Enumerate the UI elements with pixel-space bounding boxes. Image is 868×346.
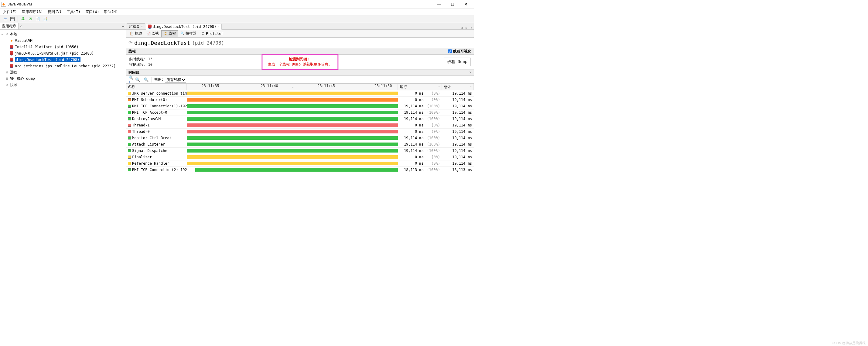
menubar: 文件(F) 应用程序(A) 视图(V) 工具(T) 窗口(W) 帮助(H)	[0, 8, 474, 15]
menu-file[interactable]: 文件(F)	[1, 9, 19, 15]
table-row[interactable]: Thread-00 ms(0%)19,114 ms	[126, 129, 474, 135]
table-row[interactable]: Attach Listener19,114 ms(100%)19,114 ms	[126, 141, 474, 148]
table-row[interactable]: Finalizer0 ms(0%)19,114 ms	[126, 154, 474, 161]
thread-state-bar	[187, 142, 398, 146]
tree-item[interactable]: ◆VisualVM	[1, 37, 125, 44]
column-name[interactable]: 名称	[126, 84, 187, 90]
table-row[interactable]: Monitor Ctrl-Break19,114 ms(100%)19,114 …	[126, 135, 474, 141]
thread-name: Monitor Ctrl-Break	[132, 136, 172, 140]
thread-dump-button[interactable]: 线程 Dump	[444, 58, 471, 66]
applications-panel-minimize-icon[interactable]: —	[120, 24, 126, 29]
toolbar-add-snapshot-icon[interactable]: 📑	[41, 16, 48, 23]
subtab-threads[interactable]: ≣线程	[161, 30, 178, 37]
cell-timeline	[187, 154, 398, 160]
tab-close-icon[interactable]: ×	[141, 25, 143, 29]
live-threads-label: 实时线程:	[129, 57, 146, 61]
tree-item[interactable]: jvm03-0.0.1-SNAPSHOT.jar (pid 21480)	[1, 50, 125, 57]
cell-timeline	[187, 135, 398, 141]
tab-label: ding.DeadLockTest (pid 24708)	[153, 25, 217, 29]
java-icon	[9, 57, 14, 62]
thread-state-swatch	[128, 98, 131, 101]
cell-run: 19,114 ms(100%)	[398, 135, 442, 141]
table-row[interactable]: RMI TCP Connection(1)-192.…19,114 ms(100…	[126, 103, 474, 109]
java-icon	[9, 51, 14, 56]
timeline-view-select[interactable]: 所有线程	[165, 77, 186, 83]
window-close-button[interactable]: ✕	[459, 0, 472, 8]
cell-run: 0 ms(0%)	[398, 122, 442, 128]
tree-item[interactable]: org.jetbrains.jps.cmdline.Launcher (pid …	[1, 63, 125, 69]
cell-name: DestroyJavaVM	[126, 116, 187, 122]
tab-list-dropdown-icon[interactable]: ▾	[469, 26, 474, 29]
column-timeline[interactable]: ▴ 23:11:35 23:11:40 23:11:45 23:11:50	[187, 84, 398, 90]
toolbar-open-icon[interactable]: 🗀	[2, 16, 8, 23]
threads-visualize-checkbox[interactable]	[448, 49, 452, 54]
cell-timeline	[187, 161, 398, 167]
tab-scroll-right-icon[interactable]: ▶	[464, 26, 469, 29]
thread-state-bar	[187, 130, 398, 133]
table-row[interactable]: DestroyJavaVM19,114 ms(100%)19,114 ms	[126, 116, 474, 122]
profiler-subtabs: 📋概述 📈监视 ≣线程 🔍抽样器 ⏱Profiler	[126, 30, 474, 38]
sort-indicator-icon: ▾	[470, 85, 472, 88]
tree-root[interactable]: 🖥快照	[1, 82, 125, 88]
cell-total: 19,114 ms	[442, 90, 474, 97]
zoom-in-icon[interactable]: 🔍+	[128, 77, 134, 83]
tree-item[interactable]: IntelliJ Platform (pid 19356)	[1, 44, 125, 50]
table-row[interactable]: JMX server connection time…0 ms(0%)19,11…	[126, 90, 474, 97]
window-minimize-button[interactable]: —	[432, 0, 446, 8]
tree-root[interactable]: 🖥VM 核心 dump	[1, 75, 125, 82]
table-row[interactable]: Reference Handler0 ms(0%)19,114 ms	[126, 161, 474, 167]
refresh-icon[interactable]: ⟳	[128, 40, 132, 46]
subtab-monitor[interactable]: 📈监视	[145, 30, 161, 37]
column-run[interactable]: 运行 ▾	[398, 84, 442, 90]
tab-scroll-left-icon[interactable]: ◀	[459, 26, 464, 29]
zoom-fit-icon[interactable]: 🔍	[143, 77, 149, 83]
tick-label: 23:11:45	[317, 84, 335, 88]
tab-close-icon[interactable]: ×	[217, 25, 220, 29]
menu-window[interactable]: 窗口(W)	[84, 9, 101, 15]
thread-state-swatch	[128, 149, 131, 152]
applications-panel: 应用程序 × — ⊟ 🖥 本地 ◆VisualVMIntelliJ Platfo…	[0, 23, 126, 188]
table-row[interactable]: RMI Scheduler(0)0 ms(0%)19,114 ms	[126, 97, 474, 103]
tree-item[interactable]: ding.DeadLockTest (pid 24708)	[1, 57, 125, 63]
thread-state-bar	[187, 117, 398, 121]
toolbar-add-remote-icon[interactable]: 🖧	[20, 16, 26, 23]
app-icon: ◆	[1, 2, 6, 7]
tree-root-local[interactable]: ⊟ 🖥 本地	[1, 31, 125, 37]
menu-tools[interactable]: 工具(T)	[65, 9, 82, 15]
host-icon: 🖥	[4, 32, 9, 37]
cell-total: 19,114 ms	[442, 141, 474, 147]
table-row[interactable]: RMI TCP Accept-019,114 ms(100%)19,114 ms	[126, 109, 474, 116]
deadlock-message: 生成一个线程 Dump 以获取更多信息。	[268, 62, 332, 67]
toolbar-add-coredump-icon[interactable]: 📄	[34, 16, 41, 23]
applications-panel-close-icon[interactable]: ×	[19, 24, 23, 29]
subtab-overview[interactable]: 📋概述	[128, 30, 144, 37]
thread-state-swatch	[128, 143, 131, 146]
window-maximize-button[interactable]: □	[446, 0, 459, 8]
run-ms: 0 ms	[400, 123, 424, 127]
toolbar-add-jmx-icon[interactable]: 🖳	[27, 16, 34, 23]
column-total[interactable]: 总计 ▾	[442, 84, 474, 90]
titlebar: ◆ Java VisualVM — □ ✕	[0, 0, 474, 8]
table-row[interactable]: RMI TCP Connection(2)-192.…18,113 ms(100…	[126, 167, 474, 173]
tree-root[interactable]: 🖥远程	[1, 69, 125, 75]
collapse-icon[interactable]: ⊟	[1, 33, 4, 36]
menu-help[interactable]: 帮助(H)	[102, 9, 120, 15]
sampler-icon: 🔍	[180, 32, 185, 36]
run-ms: 19,114 ms	[400, 142, 424, 146]
subtab-label: 线程	[168, 31, 176, 36]
table-row[interactable]: Signal Dispatcher19,114 ms(100%)19,114 m…	[126, 148, 474, 154]
section-close-icon[interactable]: ×	[469, 70, 471, 75]
sort-indicator-icon: ▾	[438, 85, 440, 88]
applications-tree[interactable]: ⊟ 🖥 本地 ◆VisualVMIntelliJ Platform (pid 1…	[0, 30, 126, 188]
tab-deadlocktest[interactable]: ding.DeadLockTest (pid 24708) ×	[146, 24, 222, 30]
menu-applications[interactable]: 应用程序(A)	[20, 9, 45, 15]
subtab-profiler[interactable]: ⏱Profiler	[199, 30, 225, 37]
tab-start-page[interactable]: 起始页 ×	[127, 23, 145, 29]
run-pct: (0%)	[426, 130, 440, 134]
table-row[interactable]: Thread-10 ms(0%)19,114 ms	[126, 122, 474, 129]
cell-run: 0 ms(0%)	[398, 161, 442, 167]
zoom-out-icon[interactable]: 🔍-	[136, 77, 142, 83]
menu-view[interactable]: 视图(V)	[46, 9, 63, 15]
subtab-sampler[interactable]: 🔍抽样器	[179, 30, 198, 37]
toolbar-save-icon[interactable]: 💾	[9, 16, 16, 23]
